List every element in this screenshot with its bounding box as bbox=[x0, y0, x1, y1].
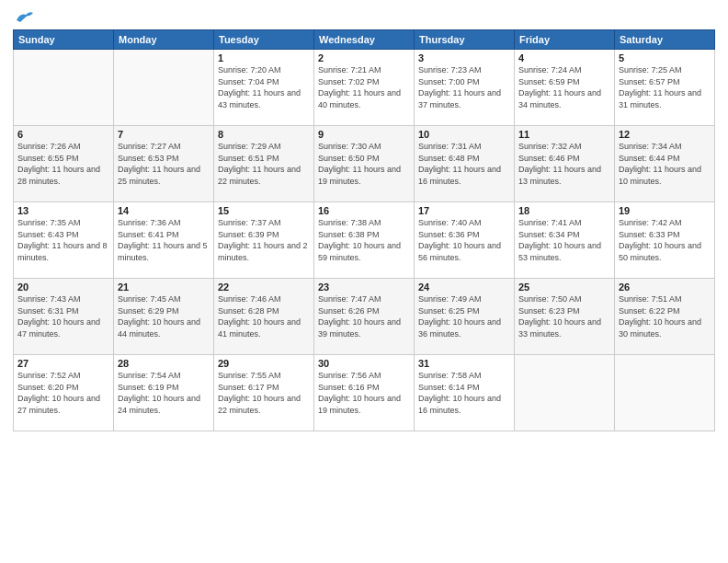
day-info: Sunrise: 7:47 AM Sunset: 6:26 PM Dayligh… bbox=[318, 293, 410, 339]
calendar-cell bbox=[615, 355, 715, 431]
calendar-cell: 20Sunrise: 7:43 AM Sunset: 6:31 PM Dayli… bbox=[14, 279, 114, 355]
day-info: Sunrise: 7:40 AM Sunset: 6:36 PM Dayligh… bbox=[418, 217, 510, 263]
page: SundayMondayTuesdayWednesdayThursdayFrid… bbox=[0, 0, 728, 563]
day-number: 7 bbox=[118, 129, 210, 140]
calendar-cell: 19Sunrise: 7:42 AM Sunset: 6:33 PM Dayli… bbox=[615, 202, 715, 279]
day-number: 18 bbox=[518, 205, 610, 216]
calendar-week-row: 1Sunrise: 7:20 AM Sunset: 7:04 PM Daylig… bbox=[14, 50, 715, 126]
day-number: 24 bbox=[418, 282, 510, 293]
day-info: Sunrise: 7:27 AM Sunset: 6:53 PM Dayligh… bbox=[118, 141, 210, 187]
calendar-cell: 2Sunrise: 7:21 AM Sunset: 7:02 PM Daylig… bbox=[314, 50, 415, 126]
calendar-cell: 25Sunrise: 7:50 AM Sunset: 6:23 PM Dayli… bbox=[515, 279, 615, 355]
calendar-cell: 29Sunrise: 7:55 AM Sunset: 6:17 PM Dayli… bbox=[214, 355, 314, 431]
day-info: Sunrise: 7:51 AM Sunset: 6:22 PM Dayligh… bbox=[619, 293, 711, 339]
calendar-cell bbox=[515, 355, 615, 431]
day-number: 21 bbox=[118, 282, 210, 293]
day-info: Sunrise: 7:54 AM Sunset: 6:19 PM Dayligh… bbox=[118, 370, 210, 416]
calendar-cell: 10Sunrise: 7:31 AM Sunset: 6:48 PM Dayli… bbox=[415, 126, 515, 202]
calendar-cell: 13Sunrise: 7:35 AM Sunset: 6:43 PM Dayli… bbox=[14, 202, 114, 279]
day-number: 2 bbox=[318, 52, 410, 63]
calendar-cell: 18Sunrise: 7:41 AM Sunset: 6:34 PM Dayli… bbox=[515, 202, 615, 279]
calendar-cell: 12Sunrise: 7:34 AM Sunset: 6:44 PM Dayli… bbox=[615, 126, 715, 202]
day-info: Sunrise: 7:45 AM Sunset: 6:29 PM Dayligh… bbox=[118, 293, 210, 339]
calendar-cell: 4Sunrise: 7:24 AM Sunset: 6:59 PM Daylig… bbox=[515, 50, 615, 126]
calendar-header-friday: Friday bbox=[515, 30, 615, 50]
calendar-week-row: 6Sunrise: 7:26 AM Sunset: 6:55 PM Daylig… bbox=[14, 126, 715, 202]
day-info: Sunrise: 7:34 AM Sunset: 6:44 PM Dayligh… bbox=[619, 141, 711, 187]
calendar-cell: 9Sunrise: 7:30 AM Sunset: 6:50 PM Daylig… bbox=[314, 126, 415, 202]
calendar-table: SundayMondayTuesdayWednesdayThursdayFrid… bbox=[13, 29, 715, 431]
calendar-cell: 16Sunrise: 7:38 AM Sunset: 6:38 PM Dayli… bbox=[314, 202, 415, 279]
calendar-cell: 26Sunrise: 7:51 AM Sunset: 6:22 PM Dayli… bbox=[615, 279, 715, 355]
day-info: Sunrise: 7:49 AM Sunset: 6:25 PM Dayligh… bbox=[418, 293, 510, 339]
day-info: Sunrise: 7:20 AM Sunset: 7:04 PM Dayligh… bbox=[218, 64, 310, 110]
day-number: 31 bbox=[418, 358, 510, 369]
calendar-cell: 28Sunrise: 7:54 AM Sunset: 6:19 PM Dayli… bbox=[114, 355, 214, 431]
calendar-header-wednesday: Wednesday bbox=[314, 30, 415, 50]
calendar-cell: 3Sunrise: 7:23 AM Sunset: 7:00 PM Daylig… bbox=[415, 50, 515, 126]
day-info: Sunrise: 7:38 AM Sunset: 6:38 PM Dayligh… bbox=[318, 217, 410, 263]
day-number: 29 bbox=[218, 358, 310, 369]
logo bbox=[13, 9, 35, 24]
calendar-header-sunday: Sunday bbox=[14, 30, 114, 50]
header bbox=[13, 9, 715, 24]
day-number: 27 bbox=[17, 358, 109, 369]
calendar-cell: 6Sunrise: 7:26 AM Sunset: 6:55 PM Daylig… bbox=[14, 126, 114, 202]
day-number: 16 bbox=[318, 205, 410, 216]
day-info: Sunrise: 7:26 AM Sunset: 6:55 PM Dayligh… bbox=[17, 141, 109, 187]
day-info: Sunrise: 7:41 AM Sunset: 6:34 PM Dayligh… bbox=[518, 217, 610, 263]
calendar-header-thursday: Thursday bbox=[415, 30, 515, 50]
day-info: Sunrise: 7:25 AM Sunset: 6:57 PM Dayligh… bbox=[619, 64, 711, 110]
day-number: 19 bbox=[619, 205, 711, 216]
day-info: Sunrise: 7:21 AM Sunset: 7:02 PM Dayligh… bbox=[318, 64, 410, 110]
day-info: Sunrise: 7:43 AM Sunset: 6:31 PM Dayligh… bbox=[17, 293, 109, 339]
day-number: 3 bbox=[418, 52, 510, 63]
day-info: Sunrise: 7:55 AM Sunset: 6:17 PM Dayligh… bbox=[218, 370, 310, 416]
calendar-cell: 23Sunrise: 7:47 AM Sunset: 6:26 PM Dayli… bbox=[314, 279, 415, 355]
calendar-cell: 17Sunrise: 7:40 AM Sunset: 6:36 PM Dayli… bbox=[415, 202, 515, 279]
day-number: 13 bbox=[17, 205, 109, 216]
calendar-header-monday: Monday bbox=[114, 30, 214, 50]
day-number: 1 bbox=[218, 52, 310, 63]
day-info: Sunrise: 7:31 AM Sunset: 6:48 PM Dayligh… bbox=[418, 141, 510, 187]
day-info: Sunrise: 7:37 AM Sunset: 6:39 PM Dayligh… bbox=[218, 217, 310, 263]
day-number: 23 bbox=[318, 282, 410, 293]
day-number: 5 bbox=[619, 52, 711, 63]
day-info: Sunrise: 7:29 AM Sunset: 6:51 PM Dayligh… bbox=[218, 141, 310, 187]
day-number: 25 bbox=[518, 282, 610, 293]
calendar-week-row: 13Sunrise: 7:35 AM Sunset: 6:43 PM Dayli… bbox=[14, 202, 715, 279]
day-info: Sunrise: 7:56 AM Sunset: 6:16 PM Dayligh… bbox=[318, 370, 410, 416]
day-info: Sunrise: 7:58 AM Sunset: 6:14 PM Dayligh… bbox=[418, 370, 510, 416]
day-number: 10 bbox=[418, 129, 510, 140]
calendar-cell: 5Sunrise: 7:25 AM Sunset: 6:57 PM Daylig… bbox=[615, 50, 715, 126]
day-number: 11 bbox=[518, 129, 610, 140]
day-number: 6 bbox=[17, 129, 109, 140]
day-info: Sunrise: 7:46 AM Sunset: 6:28 PM Dayligh… bbox=[218, 293, 310, 339]
calendar-header-saturday: Saturday bbox=[615, 30, 715, 50]
calendar-cell: 22Sunrise: 7:46 AM Sunset: 6:28 PM Dayli… bbox=[214, 279, 314, 355]
day-info: Sunrise: 7:50 AM Sunset: 6:23 PM Dayligh… bbox=[518, 293, 610, 339]
day-number: 8 bbox=[218, 129, 310, 140]
calendar-cell: 15Sunrise: 7:37 AM Sunset: 6:39 PM Dayli… bbox=[214, 202, 314, 279]
calendar-cell: 31Sunrise: 7:58 AM Sunset: 6:14 PM Dayli… bbox=[415, 355, 515, 431]
day-number: 14 bbox=[118, 205, 210, 216]
day-info: Sunrise: 7:35 AM Sunset: 6:43 PM Dayligh… bbox=[17, 217, 109, 263]
calendar-cell: 7Sunrise: 7:27 AM Sunset: 6:53 PM Daylig… bbox=[114, 126, 214, 202]
calendar-cell: 21Sunrise: 7:45 AM Sunset: 6:29 PM Dayli… bbox=[114, 279, 214, 355]
day-number: 9 bbox=[318, 129, 410, 140]
calendar-week-row: 27Sunrise: 7:52 AM Sunset: 6:20 PM Dayli… bbox=[14, 355, 715, 431]
day-info: Sunrise: 7:52 AM Sunset: 6:20 PM Dayligh… bbox=[17, 370, 109, 416]
calendar-cell bbox=[114, 50, 214, 126]
day-number: 4 bbox=[518, 52, 610, 63]
calendar-cell: 27Sunrise: 7:52 AM Sunset: 6:20 PM Dayli… bbox=[14, 355, 114, 431]
calendar-cell: 14Sunrise: 7:36 AM Sunset: 6:41 PM Dayli… bbox=[114, 202, 214, 279]
day-number: 20 bbox=[17, 282, 109, 293]
calendar-cell: 30Sunrise: 7:56 AM Sunset: 6:16 PM Dayli… bbox=[314, 355, 415, 431]
day-number: 28 bbox=[118, 358, 210, 369]
day-number: 12 bbox=[619, 129, 711, 140]
day-info: Sunrise: 7:24 AM Sunset: 6:59 PM Dayligh… bbox=[518, 64, 610, 110]
day-number: 26 bbox=[619, 282, 711, 293]
day-number: 17 bbox=[418, 205, 510, 216]
day-info: Sunrise: 7:32 AM Sunset: 6:46 PM Dayligh… bbox=[518, 141, 610, 187]
day-info: Sunrise: 7:42 AM Sunset: 6:33 PM Dayligh… bbox=[619, 217, 711, 263]
